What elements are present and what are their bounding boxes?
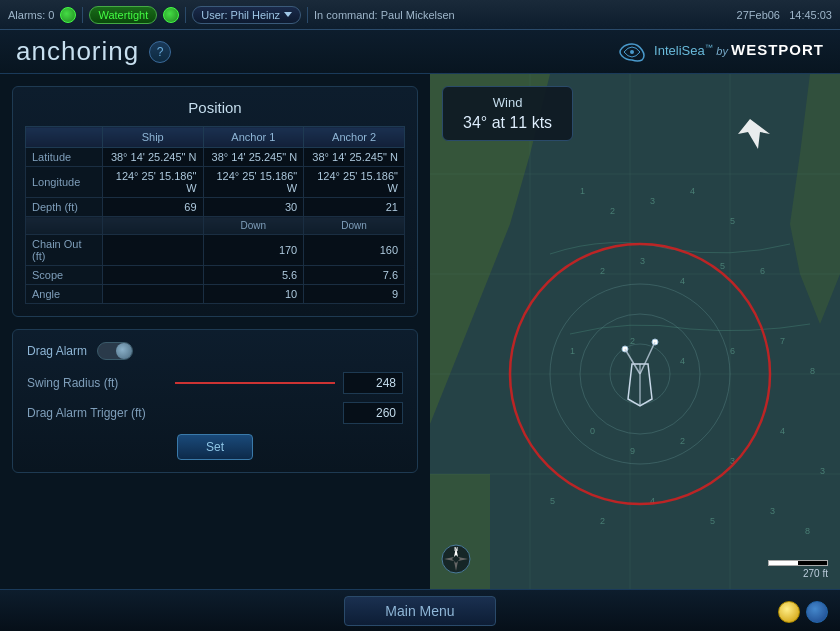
user-dropdown[interactable]: User: Phil Heinz [192,6,301,24]
intelisea-logo-icon [618,42,646,62]
anchor2-cell: 7.6 [304,266,405,285]
svg-text:3: 3 [770,506,775,516]
bottom-bar: Main Menu [0,589,840,631]
help-button[interactable]: ? [149,41,171,63]
incommand-label: In command: Paul Mickelsen [314,9,455,21]
drag-alarm-toggle[interactable] [97,342,133,360]
svg-text:1: 1 [580,186,585,196]
date-label: 27Feb06 [737,9,780,21]
row-label: Longitude [26,167,103,198]
logo-by: by [716,45,731,57]
svg-text:5: 5 [550,496,555,506]
row-label: Depth (ft) [26,198,103,217]
alarms-label: Alarms: 0 [8,9,54,21]
svg-text:4: 4 [680,356,685,366]
table-row: Angle 10 9 [26,285,405,304]
dropdown-arrow-icon [284,12,292,17]
drag-alarm-label: Drag Alarm [27,344,87,358]
toggle-knob [116,343,132,359]
table-row: Latitude 38° 14' 25.245" N 38° 14' 25.24… [26,148,405,167]
anchor2-cell: 38° 14' 25.245" N [304,148,405,167]
svg-text:7: 7 [780,336,785,346]
settings-icon[interactable] [806,601,828,623]
watertight-badge[interactable]: Watertight [89,6,157,24]
map-panel[interactable]: 1 2 3 4 5 2 3 4 5 6 1 2 4 6 7 0 9 2 3 4 … [430,74,840,589]
user-label: User: Phil Heinz [201,9,280,21]
subheader-empty [26,217,103,235]
row-label: Angle [26,285,103,304]
anchor2-cell: 124° 25' 15.186" W [304,167,405,198]
svg-text:4: 4 [780,426,785,436]
col-header-anchor2: Anchor 2 [304,127,405,148]
title-bar: anchoring ? InteliSea™ by WESTPORT [0,30,840,74]
svg-text:6: 6 [760,266,765,276]
page-title: anchoring [16,36,139,67]
swing-radius-row: Swing Radius (ft) 248 [27,372,403,394]
divider3 [307,7,308,23]
swing-radius-line [175,382,335,384]
svg-text:N: N [454,546,458,552]
subheader-row: Down Down [26,217,405,235]
main-content: Position Ship Anchor 1 Anchor 2 Latitude… [0,74,840,589]
alarms-item: Alarms: 0 [8,9,54,21]
ship-cell: 124° 25' 15.186" W [102,167,203,198]
swing-radius-label: Swing Radius (ft) [27,376,167,390]
set-button[interactable]: Set [177,434,253,460]
svg-text:0: 0 [590,426,595,436]
alarms-status-icon[interactable] [60,7,76,23]
svg-text:8: 8 [805,526,810,536]
ship-cell [102,235,203,266]
ship-cell [102,285,203,304]
col-header-anchor1: Anchor 1 [203,127,304,148]
position-title: Position [25,99,405,116]
divider2 [185,7,186,23]
position-table: Ship Anchor 1 Anchor 2 Latitude 38° 14' … [25,126,405,304]
row-label: Chain Out (ft) [26,235,103,266]
wind-box: Wind 34° at 11 kts [442,86,573,141]
col-header-ship: Ship [102,127,203,148]
anchor1-cell: 5.6 [203,266,304,285]
compass-rose: N [440,543,472,579]
table-row: Scope 5.6 7.6 [26,266,405,285]
drag-trigger-row: Drag Alarm Trigger (ft) 260 [27,402,403,424]
map-canvas: 1 2 3 4 5 2 3 4 5 6 1 2 4 6 7 0 9 2 3 4 … [430,74,840,589]
wind-title: Wind [463,95,552,110]
svg-text:1: 1 [570,346,575,356]
table-row: Chain Out (ft) 170 160 [26,235,405,266]
scale-bar [768,560,828,566]
logo-tm: ™ [705,43,713,52]
swing-radius-value: 248 [343,372,403,394]
logo: InteliSea™ by WESTPORT [618,41,824,62]
anchor1-cell: 124° 25' 15.186" W [203,167,304,198]
time-label: 14:45:03 [789,9,832,21]
drag-alarm-section: Drag Alarm Swing Radius (ft) 248 Drag Al… [12,329,418,473]
logo-brand: WESTPORT [731,41,824,58]
position-panel: Position Ship Anchor 1 Anchor 2 Latitude… [12,86,418,317]
drag-alarm-header: Drag Alarm [27,342,403,360]
drag-trigger-label: Drag Alarm Trigger (ft) [27,406,167,420]
svg-text:4: 4 [690,186,695,196]
svg-text:6: 6 [730,346,735,356]
svg-text:5: 5 [720,261,725,271]
row-label: Latitude [26,148,103,167]
anchor1-cell: 30 [203,198,304,217]
svg-text:3: 3 [640,256,645,266]
wind-value: 34° at 11 kts [463,114,552,132]
ship-cell: 69 [102,198,203,217]
svg-text:8: 8 [810,366,815,376]
subheader-anchor2: Down [304,217,405,235]
svg-text:2: 2 [610,206,615,216]
anchor2-cell: 160 [304,235,405,266]
map-scale: 270 ft [768,560,828,579]
anchor1-cell: 10 [203,285,304,304]
main-menu-button[interactable]: Main Menu [344,596,495,626]
watertight-status-icon[interactable] [163,7,179,23]
table-row: Depth (ft) 69 30 21 [26,198,405,217]
svg-text:2: 2 [680,436,685,446]
incommand-item: In command: Paul Mickelsen [314,9,455,21]
svg-text:3: 3 [650,196,655,206]
svg-text:2: 2 [600,516,605,526]
col-header-empty [26,127,103,148]
svg-point-0 [630,50,634,54]
sun-icon[interactable] [778,601,800,623]
